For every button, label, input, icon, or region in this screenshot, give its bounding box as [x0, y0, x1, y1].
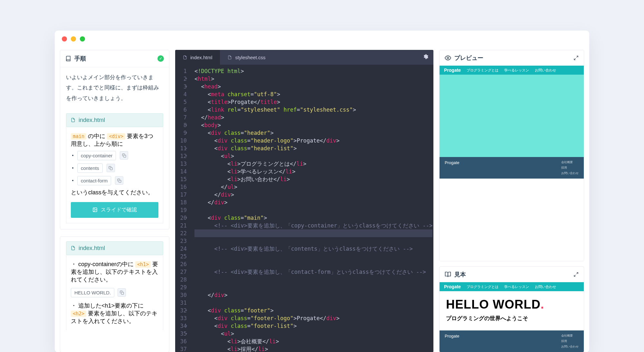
- window-controls: [62, 36, 85, 42]
- tab-stylesheet-css[interactable]: stylesheet.css: [220, 50, 273, 65]
- code-editor[interactable]: index.html stylesheet.css 12345678910111…: [175, 50, 433, 352]
- app-window: 手順 ✓ いよいよメイン部分を作っていきます。これまでと同様に、まずは枠組みを作…: [55, 31, 589, 352]
- nav-item: お問い合わせ: [535, 68, 556, 73]
- copy-button[interactable]: [120, 151, 128, 160]
- bullet-icon: [72, 167, 73, 169]
- code-chip-h2: <h2>: [71, 310, 86, 317]
- code-chip-h1: <h1>: [135, 261, 151, 268]
- expand-button[interactable]: [573, 272, 579, 277]
- tab-label: stylesheet.css: [235, 55, 265, 60]
- instruction-line-2: というclassを与えてください。: [71, 189, 158, 196]
- svg-line-7: [576, 56, 578, 58]
- sample-footer: Progate 会社概要 採用 お問い合わせ: [440, 330, 584, 352]
- slide-confirm-button[interactable]: スライドで確認: [71, 202, 158, 218]
- svg-line-8: [574, 58, 576, 60]
- instruction-line: ・ copy-containerの中に <h1> 要素を追加し、以下のテキストを…: [71, 260, 158, 283]
- copy-button[interactable]: [115, 176, 123, 185]
- text: の中に: [88, 133, 105, 139]
- instructions-panel-1: 手順 ✓ いよいよメイン部分を作っていきます。これまでと同様に、まずは枠組みを作…: [60, 50, 169, 229]
- intro-text: いよいよメイン部分を作っていきます。これまでと同様に、まずは枠組みを作っていきま…: [60, 67, 169, 109]
- text: ・ 追加した<h1>要素の下に: [71, 302, 144, 309]
- expand-icon: [573, 55, 579, 60]
- footer-link: 採用: [561, 166, 579, 170]
- svg-rect-2: [119, 180, 121, 182]
- svg-line-9: [576, 273, 578, 274]
- preview-footer: Progate 会社概要 採用 お問い合わせ: [440, 157, 584, 179]
- slideshow-icon: [92, 207, 98, 212]
- text: ・ copy-containerの中に: [71, 261, 134, 267]
- preview-render: Progate プログラミングとは 学べるレッスン お問い合わせ Progate…: [440, 66, 584, 261]
- file-icon: [71, 245, 75, 251]
- tab-index-html[interactable]: index.html: [175, 50, 220, 65]
- preview-header: Progate プログラミングとは 学べるレッスン お問い合わせ: [440, 66, 584, 75]
- settings-button[interactable]: [423, 54, 429, 60]
- nav-item: お問い合わせ: [535, 284, 556, 289]
- preview-logo: Progate: [444, 68, 461, 73]
- file-icon: [71, 117, 75, 123]
- svg-rect-0: [124, 155, 126, 157]
- instructions-panel-2: index.html ・ copy-containerの中に <h1> 要素を追…: [60, 236, 169, 352]
- sample-subtitle: プログラミングの世界へようこそ: [446, 315, 577, 322]
- instruction-box-2: ・ copy-containerの中に <h1> 要素を追加し、以下のテキストを…: [66, 255, 163, 330]
- svg-point-6: [447, 57, 449, 59]
- footer-link: 採用: [561, 339, 579, 343]
- file-name: index.html: [79, 117, 105, 124]
- bullet-icon: [72, 180, 73, 181]
- instruction-line: ・ 追加した<h1>要素の下に <h2> 要素を追加し、以下のテキストを入れてく…: [71, 302, 158, 325]
- zoom-icon[interactable]: [80, 36, 85, 42]
- text-chip: HELLO WORLD.: [71, 288, 114, 297]
- expand-icon: [573, 272, 579, 277]
- class-chip: copy-container: [77, 151, 116, 160]
- minimize-icon[interactable]: [71, 36, 76, 42]
- editor-tabs: index.html stylesheet.css: [175, 50, 433, 65]
- open-book-icon: [445, 271, 451, 278]
- chip-row-0: copy-container: [71, 151, 158, 160]
- instructions-title: 手順: [74, 55, 86, 62]
- sample-header: Progate プログラミングとは 学べるレッスン お問い合わせ: [440, 282, 584, 291]
- file-name: index.html: [79, 245, 105, 252]
- sample-render: Progate プログラミングとは 学べるレッスン お問い合わせ HELLO W…: [440, 282, 584, 352]
- copy-icon: [120, 291, 124, 295]
- footer-link: お問い合わせ: [561, 345, 579, 349]
- preview-hero: [440, 75, 584, 157]
- copy-icon: [117, 179, 121, 183]
- svg-point-4: [94, 209, 95, 209]
- code-area[interactable]: 1234567891011121314151617181920212223242…: [175, 65, 433, 352]
- tab-label: index.html: [190, 55, 212, 60]
- copy-button[interactable]: [118, 288, 126, 297]
- file-label-1: index.html: [66, 113, 163, 127]
- sample-panel: 見本 Progate プログラミングとは 学べるレッスン お問い合わせ HELL…: [439, 266, 584, 352]
- instructions-column: 手順 ✓ いよいよメイン部分を作っていきます。これまでと同様に、まずは枠組みを作…: [60, 50, 169, 352]
- instruction-box-1: main の中に <div> 要素を3つ用意し、上から順に copy-conta…: [66, 127, 163, 223]
- preview-panel: プレビュー Progate プログラミングとは 学べるレッスン お問い合わせ: [439, 50, 584, 261]
- class-chip: contents: [77, 163, 103, 173]
- nav-item: 学べるレッスン: [504, 68, 529, 73]
- sample-hero: HELLO WORLD. プログラミングの世界へようこそ: [440, 291, 584, 330]
- eye-icon: [445, 55, 451, 61]
- sample-logo: Progate: [444, 284, 461, 289]
- preview-column: プレビュー Progate プログラミングとは 学べるレッスン お問い合わせ: [439, 50, 584, 352]
- code-content[interactable]: <!DOCTYPE html><html> <head> <meta chars…: [190, 65, 433, 352]
- code-chip-main: main: [71, 133, 86, 140]
- footer-link: 会社概要: [561, 160, 579, 164]
- svg-line-10: [574, 275, 576, 276]
- file-icon: [183, 55, 187, 60]
- bullet-icon: [72, 155, 73, 156]
- expand-button[interactable]: [573, 55, 579, 60]
- close-icon[interactable]: [62, 36, 67, 42]
- instructions-header: 手順 ✓: [60, 50, 169, 67]
- footer-link: お問い合わせ: [561, 171, 579, 175]
- gear-icon: [423, 54, 429, 60]
- footer-link: 会社概要: [561, 334, 579, 338]
- check-icon: ✓: [157, 55, 164, 62]
- svg-rect-5: [121, 292, 124, 294]
- nav-item: プログラミングとは: [467, 68, 498, 73]
- sample-hello-world: HELLO WORLD.: [446, 298, 577, 311]
- preview-title: プレビュー: [454, 54, 483, 62]
- nav-item: 学べるレッスン: [504, 284, 529, 289]
- footer-logo: Progate: [445, 334, 459, 338]
- copy-icon: [122, 153, 126, 158]
- svg-rect-1: [110, 168, 112, 170]
- sample-title: 見本: [454, 271, 466, 278]
- copy-button[interactable]: [107, 164, 115, 172]
